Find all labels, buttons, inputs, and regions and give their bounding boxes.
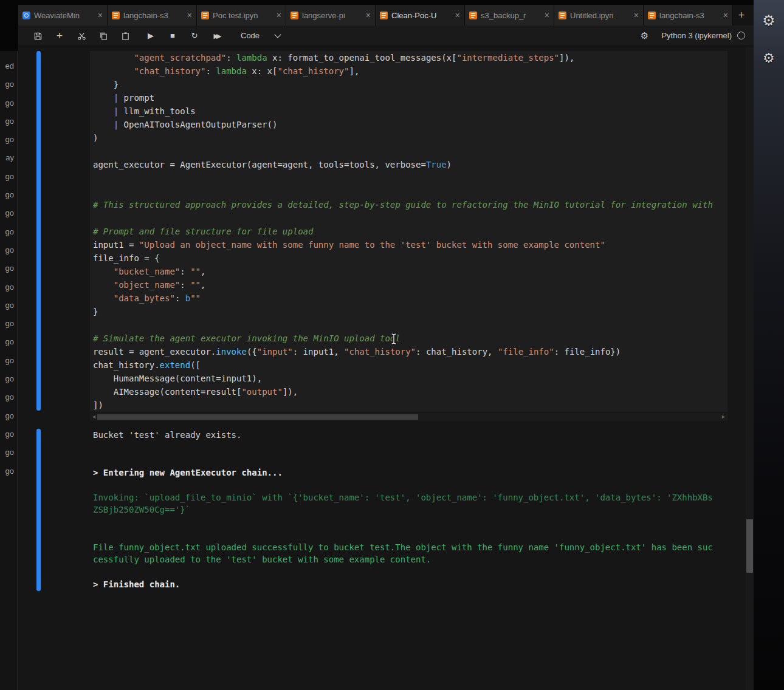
code-line [93, 318, 727, 332]
restart-kernel-button[interactable]: ↻ [184, 26, 205, 46]
explorer-item[interactable]: go [0, 241, 17, 259]
explorer-item[interactable]: go [0, 168, 17, 186]
code-line [93, 171, 727, 185]
output-cell-indicator-bar[interactable] [36, 429, 41, 591]
desktop-gear-icon[interactable]: ⚙ [762, 13, 775, 28]
tab-langchain-s3[interactable]: langchain-s3× [108, 5, 197, 26]
close-icon[interactable]: × [723, 10, 728, 20]
code-line: } [93, 78, 727, 91]
output-line [93, 442, 737, 454]
explorer-item[interactable]: go [0, 75, 17, 94]
output-line [93, 516, 737, 529]
output-line: > Finished chain. [93, 578, 737, 591]
close-icon[interactable]: × [187, 10, 192, 20]
tab-label: langchain-s3 [123, 11, 184, 20]
code-line [93, 145, 727, 158]
explorer-item[interactable]: go [0, 388, 17, 406]
tab-s3_backup_r[interactable]: s3_backup_r× [465, 5, 554, 26]
close-icon[interactable]: × [366, 10, 371, 20]
tab-clean-poc-u[interactable]: Clean-Poc-U× [376, 5, 465, 26]
tab-langchain-s3[interactable]: langchain-s3× [644, 5, 733, 26]
explorer-item[interactable]: go [0, 315, 17, 333]
close-icon[interactable]: × [98, 10, 103, 20]
kernel-status-icon [737, 32, 745, 39]
code-line: "agent_scratchpad": lambda x: format_to_… [93, 51, 727, 64]
notebook-icon [559, 12, 566, 19]
notebook-icon [291, 12, 298, 19]
notebook-icon [112, 12, 120, 19]
horizontal-scrollbar-thumb[interactable] [97, 414, 418, 420]
notebook-icon [380, 12, 388, 19]
notebook-vertical-scrollbar[interactable] [746, 46, 754, 690]
explorer-item[interactable]: go [0, 204, 17, 222]
explorer-item[interactable]: go [0, 352, 17, 370]
output-line [93, 528, 737, 541]
code-line: ]) [93, 398, 727, 412]
close-icon[interactable]: × [545, 10, 549, 20]
scroll-right-icon[interactable]: ► [721, 414, 726, 420]
tab-bar: WeaviateMin×langchain-s3×Poc test.ipyn×l… [18, 5, 754, 26]
explorer-item[interactable]: go [0, 112, 17, 131]
active-cell-indicator-bar[interactable] [36, 51, 41, 411]
save-button[interactable] [27, 26, 49, 46]
tab-langserve-pi[interactable]: langserve-pi× [286, 5, 376, 26]
paste-icon [121, 32, 130, 41]
explorer-item[interactable]: go [0, 186, 17, 204]
notebook-settings-button[interactable]: ⚙ [633, 26, 655, 46]
copy-icon [99, 32, 108, 41]
code-line: | llm_with_tools [93, 104, 727, 118]
close-icon[interactable]: × [634, 10, 639, 20]
explorer-item[interactable]: ay [0, 149, 17, 167]
code-line: # Prompt and file structure for file upl… [93, 225, 727, 238]
output-line [93, 479, 737, 491]
explorer-item[interactable]: go [0, 370, 17, 388]
tab-label: langserve-pi [302, 11, 362, 20]
cell-type-dropdown[interactable]: Code [241, 31, 280, 40]
copy-cell-button[interactable] [92, 26, 114, 46]
code-line: agent_executor = AgentExecutor(agent=age… [93, 158, 727, 171]
cell-type-label: Code [241, 31, 260, 40]
scroll-left-icon[interactable]: ◄ [91, 414, 97, 420]
explorer-item[interactable]: go [0, 259, 17, 278]
cut-cell-button[interactable] [70, 26, 92, 46]
desktop-gear-icon[interactable]: ⚙ [763, 51, 775, 66]
run-cell-button[interactable]: ▶ [140, 26, 162, 46]
new-tab-button[interactable]: + [733, 5, 750, 26]
paste-cell-button[interactable] [114, 26, 136, 46]
explorer-item[interactable]: go [0, 462, 17, 480]
code-line [93, 185, 727, 198]
code-line: ) [93, 131, 727, 145]
explorer-item[interactable]: go [0, 131, 17, 149]
notebook-icon [469, 12, 477, 19]
scissors-icon [77, 32, 86, 41]
explorer-item[interactable]: go [0, 223, 17, 241]
code-line: "bucket_name": "", [93, 265, 727, 278]
output-line: Invoking: `upload_file_to_minio` with `{… [93, 491, 737, 504]
explorer-item[interactable]: go [0, 333, 17, 351]
code-cell-horizontal-scrollbar[interactable]: ◄ ► [90, 413, 727, 421]
explorer-item[interactable]: go [0, 278, 17, 296]
explorer-item[interactable]: go [0, 296, 17, 315]
tab-poc-test-ipyn[interactable]: Poc test.ipyn× [197, 5, 286, 26]
explorer-item[interactable]: ed [0, 57, 17, 75]
explorer-item[interactable]: go [0, 425, 17, 443]
cell-output: Bucket 'test' already exists. > Entering… [93, 429, 737, 591]
stop-button[interactable]: ■ [162, 26, 184, 46]
run-all-button[interactable]: ▶▶ [205, 26, 230, 46]
explorer-item[interactable]: go [0, 407, 17, 425]
tab-label: Clean-Poc-U [391, 11, 452, 20]
tab-untitled-ipyn[interactable]: Untitled.ipyn× [554, 5, 644, 26]
tab-label: s3_backup_r [481, 11, 541, 20]
explorer-item[interactable]: go [0, 443, 17, 462]
close-icon[interactable]: × [277, 10, 281, 20]
code-cell[interactable]: "agent_scratchpad": lambda x: format_to_… [90, 51, 727, 412]
desktop-background: ⚙ ⚙ [754, 0, 784, 690]
vertical-scrollbar-thumb[interactable] [746, 519, 753, 573]
explorer-item[interactable]: go [0, 94, 17, 112]
add-cell-button[interactable]: + [49, 26, 70, 46]
kernel-selector[interactable]: Python 3 (ipykernel) [661, 31, 745, 40]
tab-weaviatemin[interactable]: WeaviateMin× [18, 5, 108, 26]
output-line [93, 566, 737, 579]
close-icon[interactable]: × [455, 10, 460, 20]
code-line: file_info = { [93, 251, 727, 265]
